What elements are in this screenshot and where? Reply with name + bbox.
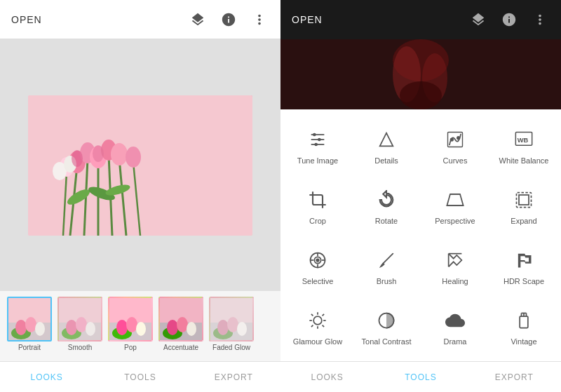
tool-expand[interactable]: Expand <box>489 175 558 236</box>
layers-icon[interactable] <box>188 10 208 29</box>
tool-crop[interactable]: Crop <box>283 175 352 236</box>
right-more-icon[interactable] <box>530 10 550 29</box>
right-nav-export[interactable]: EXPORT <box>468 362 561 392</box>
right-panel: OPEN <box>280 0 561 392</box>
thumb-img-pop <box>108 297 153 342</box>
svg-point-33 <box>86 322 95 336</box>
svg-point-32 <box>76 317 87 332</box>
right-header: OPEN <box>280 0 561 39</box>
right-layers-icon[interactable] <box>468 10 488 29</box>
details-icon <box>374 127 399 152</box>
perspective-icon <box>442 187 468 212</box>
right-nav-tools[interactable]: TOOLS <box>374 362 467 392</box>
tool-brush[interactable]: Brush <box>352 236 421 296</box>
left-nav-tools[interactable]: TOOLS <box>93 362 187 392</box>
tool-label-rotate: Rotate <box>375 217 398 226</box>
left-panel: OPEN <box>0 0 280 392</box>
tool-drama[interactable]: Drama <box>421 295 489 356</box>
left-nav-export[interactable]: EXPORT <box>187 362 280 392</box>
tool-perspective[interactable]: Perspective <box>421 175 489 236</box>
svg-point-27 <box>35 322 45 336</box>
tool-tonal[interactable]: Tonal Contrast <box>352 295 421 356</box>
crop-icon <box>305 187 330 212</box>
svg-rect-72 <box>519 195 529 205</box>
right-image-preview <box>280 39 561 109</box>
svg-point-43 <box>167 320 178 335</box>
info-icon[interactable] <box>219 10 238 29</box>
svg-text:WB: WB <box>518 137 529 144</box>
right-preview-inner <box>280 39 561 109</box>
tool-hdr[interactable]: HDR Scape <box>489 236 558 296</box>
tool-label-brush: Brush <box>377 277 397 286</box>
more-icon[interactable] <box>250 10 269 29</box>
tool-label-expand: Expand <box>511 217 536 226</box>
tool-curves[interactable]: Curves <box>421 115 489 175</box>
svg-point-25 <box>15 320 27 335</box>
tonal-icon <box>374 308 399 333</box>
left-nav-looks[interactable]: LOOKS <box>0 362 93 392</box>
tool-label-tune: Tune Image <box>297 156 338 165</box>
tool-label-selective: Selective <box>302 277 334 286</box>
tool-tune-image[interactable]: Tune Image <box>283 115 352 175</box>
main-image-area <box>0 39 280 291</box>
svg-point-60 <box>313 133 316 137</box>
thumb-img-portrait <box>7 297 52 342</box>
svg-point-20 <box>72 150 83 167</box>
tool-rotate[interactable]: Rotate <box>352 175 421 236</box>
thumb-pop[interactable]: Pop <box>107 297 154 351</box>
tool-label-healing: Healing <box>442 277 468 286</box>
thumb-img-accentuate <box>158 297 203 342</box>
tool-label-curves: Curves <box>443 156 468 165</box>
brush-icon <box>374 248 399 273</box>
left-title: OPEN <box>11 14 42 25</box>
tool-label-hdr: HDR Scape <box>503 277 544 286</box>
svg-point-39 <box>136 322 146 336</box>
tool-vintage[interactable]: Vintage <box>489 295 558 356</box>
svg-point-75 <box>316 259 319 262</box>
svg-point-37 <box>116 320 128 335</box>
thumb-label-portrait: Portrait <box>18 344 41 351</box>
thumb-label-pop: Pop <box>124 344 137 351</box>
svg-point-26 <box>25 317 36 332</box>
thumb-smooth[interactable]: Smooth <box>56 297 104 351</box>
right-nav-looks[interactable]: LOOKS <box>280 362 374 392</box>
curves-icon <box>442 127 468 152</box>
tool-label-tonal: Tonal Contrast <box>362 337 412 346</box>
svg-point-66 <box>457 137 460 140</box>
thumb-label-accentuate: Accentuate <box>163 344 198 351</box>
tool-label-drama: Drama <box>443 337 466 346</box>
thumb-accentuate[interactable]: Accentuate <box>157 297 205 351</box>
thumb-portrait[interactable]: Portrait <box>6 297 53 351</box>
right-title: OPEN <box>292 14 323 25</box>
vintage-icon <box>511 308 536 333</box>
main-image <box>28 95 252 236</box>
svg-point-51 <box>237 322 247 336</box>
healing-icon <box>442 248 468 273</box>
svg-point-15 <box>111 143 128 165</box>
thumb-label-faded: Faded Glow <box>212 344 250 351</box>
svg-point-21 <box>93 145 104 162</box>
svg-point-62 <box>314 143 318 147</box>
left-header: OPEN <box>0 0 280 39</box>
thumb-img-faded <box>209 297 254 342</box>
svg-point-45 <box>187 322 196 336</box>
tool-glamour[interactable]: Glamour Glow <box>283 295 352 356</box>
tool-healing[interactable]: Healing <box>421 236 489 296</box>
svg-point-65 <box>451 139 454 142</box>
right-info-icon[interactable] <box>499 10 519 29</box>
thumb-img-smooth <box>58 297 102 342</box>
tune-icon <box>305 127 330 152</box>
thumb-faded[interactable]: Faded Glow <box>208 297 255 351</box>
tool-label-wb: White Balance <box>499 156 549 165</box>
tool-label-details: Details <box>374 156 398 165</box>
tool-white-balance[interactable]: WB White Balance <box>489 115 558 175</box>
hdr-icon <box>511 248 536 273</box>
rotate-icon <box>374 187 399 212</box>
tools-grid: Tune Image Details Curves <box>280 109 561 361</box>
svg-rect-84 <box>520 316 528 327</box>
svg-point-49 <box>217 320 229 335</box>
expand-icon <box>511 187 536 212</box>
tool-selective[interactable]: Selective <box>283 236 352 296</box>
left-header-icons <box>188 10 269 29</box>
tool-details[interactable]: Details <box>352 115 421 175</box>
